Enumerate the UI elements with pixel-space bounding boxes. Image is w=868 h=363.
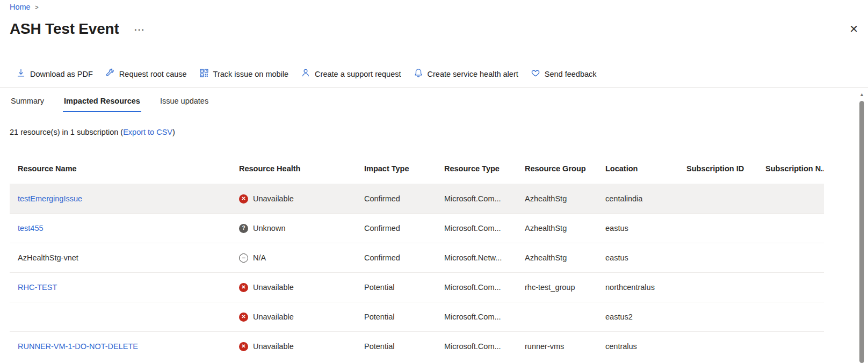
health-label: Unavailable — [253, 313, 294, 321]
column-header-location: Location — [597, 164, 678, 173]
resource-group-cell: AzhealthStg — [517, 194, 597, 203]
location-cell: northcentralus — [597, 283, 678, 292]
resource-name-cell: test455 — [10, 224, 231, 233]
tab-bar: Summary Impacted Resources Issue updates — [10, 93, 209, 112]
column-header-impact-type: Impact Type — [356, 164, 436, 173]
health-status-icon: − — [239, 253, 248, 263]
request-root-cause-button[interactable]: Request root cause — [105, 68, 187, 79]
resource-type-cell: Microsoft.Com... — [436, 313, 517, 321]
table-row[interactable]: RHC-TEST ✕ Unavailable Potential Microso… — [10, 272, 824, 302]
resources-summary-text: 21 resource(s) in 1 subscription ( — [10, 128, 123, 136]
table-row[interactable]: ✕ Unavailable Potential Microsoft.Com...… — [10, 302, 824, 331]
toolbar-item-label: Create a support request — [315, 70, 401, 78]
resource-type-cell: Microsoft.Com... — [436, 194, 517, 203]
create-service-health-alert-button[interactable]: Create service health alert — [414, 68, 518, 79]
qr-code-icon — [199, 68, 209, 79]
resource-name-link[interactable]: RUNNER-VM-1-DO-NOT-DELETE — [18, 342, 138, 351]
impact-type-cell: Potential — [356, 283, 436, 292]
health-label: Unavailable — [253, 194, 294, 203]
create-support-request-button[interactable]: Create a support request — [301, 68, 401, 79]
close-icon[interactable]: ✕ — [849, 24, 858, 34]
health-status-icon: ✕ — [239, 342, 248, 351]
table-row[interactable]: AzHealthStg-vnet − N/A Confirmed Microso… — [10, 243, 824, 272]
resource-name-cell: testEmergingIssue — [10, 194, 231, 203]
table-row[interactable]: testEmergingIssue ✕ Unavailable Confirme… — [10, 184, 824, 213]
download-icon — [16, 68, 26, 79]
location-cell: centralus — [597, 342, 678, 351]
resource-name-cell: AzHealthStg-vnet — [10, 253, 231, 262]
health-label: N/A — [253, 253, 266, 262]
impact-type-cell: Confirmed — [356, 194, 436, 203]
column-header-resource-name: Resource Name — [10, 164, 231, 173]
tab-summary[interactable]: Summary — [10, 93, 45, 112]
resources-summary-suffix: ) — [172, 128, 175, 136]
table-row[interactable]: test455 ? Unknown Confirmed Microsoft.Co… — [10, 213, 824, 243]
location-cell: eastus2 — [597, 313, 678, 321]
resource-type-cell: Microsoft.Com... — [436, 224, 517, 233]
heart-icon — [531, 68, 540, 79]
impact-type-cell: Confirmed — [356, 253, 436, 262]
resources-summary: 21 resource(s) in 1 subscription (Export… — [10, 128, 175, 136]
scroll-up-arrow-icon[interactable]: ▲ — [859, 90, 864, 99]
impact-type-cell: Potential — [356, 313, 436, 321]
divider — [0, 87, 868, 88]
toolbar: Download as PDF Request root cause Track… — [16, 68, 597, 79]
export-to-csv-link[interactable]: Export to CSV — [123, 128, 172, 136]
resource-name-cell: RHC-TEST — [10, 283, 231, 292]
resource-name-cell: RUNNER-VM-1-DO-NOT-DELETE — [10, 342, 231, 351]
table-body: testEmergingIssue ✕ Unavailable Confirme… — [10, 184, 824, 361]
column-header-resource-type: Resource Type — [436, 164, 517, 173]
location-cell: eastus — [597, 253, 678, 262]
column-header-resource-group: Resource Group — [517, 164, 597, 173]
page-title: ASH Test Event — [10, 20, 119, 38]
toolbar-item-label: Request root cause — [119, 70, 187, 78]
breadcrumb-home-link[interactable]: Home — [10, 3, 31, 11]
tab-impacted-resources[interactable]: Impacted Resources — [63, 93, 141, 112]
resource-health-cell: ? Unknown — [231, 224, 356, 233]
location-cell: eastus — [597, 224, 678, 233]
resource-name-link[interactable]: testEmergingIssue — [18, 194, 82, 203]
resource-group-cell: runner-vms — [517, 342, 597, 351]
resource-type-cell: Microsoft.Com... — [436, 283, 517, 292]
health-label: Unavailable — [253, 342, 294, 351]
toolbar-item-label: Track issue on mobile — [213, 70, 289, 78]
resource-type-cell: Microsoft.Netw... — [436, 253, 517, 262]
impacted-resources-table: Resource Name Resource Health Impact Typ… — [10, 153, 824, 361]
wrench-icon — [105, 68, 115, 79]
health-status-icon: ? — [239, 224, 248, 233]
download-as-pdf-button[interactable]: Download as PDF — [16, 68, 93, 79]
health-label: Unknown — [253, 224, 285, 233]
resource-name-link: AzHealthStg-vnet — [18, 253, 78, 262]
resource-health-cell: ✕ Unavailable — [231, 342, 356, 351]
resource-group-cell: AzhealthStg — [517, 253, 597, 262]
health-status-icon: ✕ — [239, 194, 248, 204]
resource-health-cell: ✕ Unavailable — [231, 313, 356, 322]
chevron-right-icon: > — [35, 4, 39, 11]
table-row[interactable]: RUNNER-VM-1-DO-NOT-DELETE ✕ Unavailable … — [10, 331, 824, 361]
column-header-subscription-name: Subscription N... — [757, 164, 824, 173]
health-status-icon: ✕ — [239, 283, 248, 292]
vertical-scrollbar: ▲ — [858, 90, 866, 363]
impact-type-cell: Potential — [356, 342, 436, 351]
location-cell: centalindia — [597, 194, 678, 203]
resource-health-cell: − N/A — [231, 253, 356, 263]
resource-name-link[interactable]: test455 — [18, 224, 44, 233]
impact-type-cell: Confirmed — [356, 224, 436, 233]
column-header-subscription-id: Subscription ID — [678, 164, 757, 173]
track-issue-on-mobile-button[interactable]: Track issue on mobile — [199, 68, 289, 79]
more-options-icon[interactable]: ··· — [134, 25, 145, 35]
toolbar-item-label: Create service health alert — [428, 70, 518, 78]
toolbar-item-label: Download as PDF — [30, 70, 93, 78]
health-status-icon: ✕ — [239, 313, 248, 322]
person-icon — [301, 68, 310, 79]
bell-icon — [414, 68, 423, 79]
tab-issue-updates[interactable]: Issue updates — [159, 93, 209, 112]
column-header-resource-health: Resource Health — [231, 164, 356, 173]
resource-group-cell: rhc-test_group — [517, 283, 597, 292]
breadcrumb: Home > — [10, 3, 39, 11]
resource-name-link[interactable]: RHC-TEST — [18, 283, 57, 292]
scrollbar-thumb[interactable] — [859, 101, 864, 363]
send-feedback-button[interactable]: Send feedback — [531, 68, 597, 79]
resource-health-cell: ✕ Unavailable — [231, 283, 356, 292]
health-label: Unavailable — [253, 283, 294, 292]
